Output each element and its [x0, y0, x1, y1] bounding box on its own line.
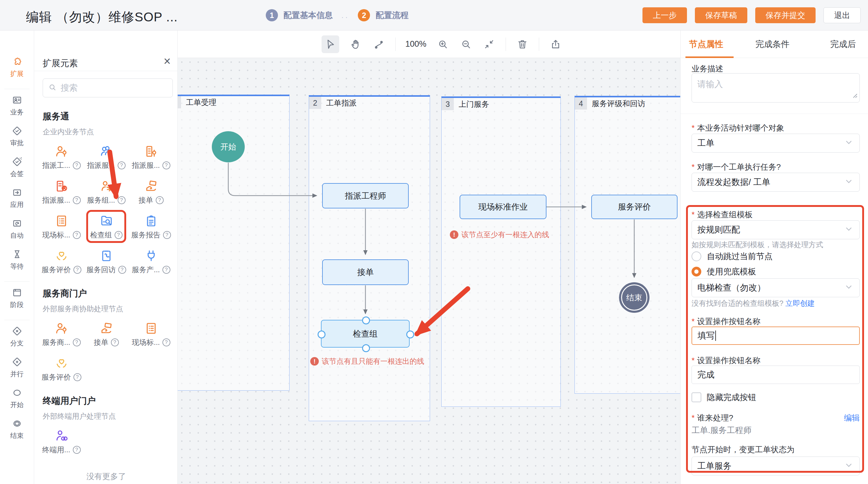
flow-node-开始[interactable]: 开始	[212, 131, 245, 162]
zoom-out-icon[interactable]	[459, 37, 473, 51]
rail-item-diamond-x[interactable]: 分支	[0, 325, 34, 357]
target-object-select[interactable]: 工单	[691, 134, 860, 152]
rail-item-circle[interactable]: 开始	[0, 387, 34, 418]
radio-skip-node[interactable]: 自动跳过当前节点	[691, 251, 773, 262]
pointer-icon[interactable]	[321, 35, 339, 53]
palette-item-接单[interactable]: 接单?	[84, 321, 129, 347]
rail-item-diamond-check-dots[interactable]: 会签	[0, 156, 34, 187]
rail-item-diamond-check[interactable]: 审批	[0, 125, 34, 156]
help-icon[interactable]: ?	[73, 446, 81, 454]
rail-item-double-circle[interactable]: 结束	[0, 418, 34, 449]
tab-2[interactable]: 完成条件	[745, 38, 800, 50]
search-input[interactable]: 搜索	[43, 79, 173, 97]
help-icon[interactable]: ?	[118, 266, 126, 274]
palette-item-指派服[interactable]: 指派服...?	[39, 179, 84, 204]
desc-textarea[interactable]: 请输入	[691, 73, 860, 103]
flow-node-指派工程师[interactable]: 指派工程师	[322, 183, 409, 208]
flow-node-现场标准作业[interactable]: 现场标准作业	[460, 195, 547, 219]
flow-node-结束[interactable]: 结束	[619, 282, 649, 313]
help-icon[interactable]: ?	[73, 338, 81, 346]
hand-icon[interactable]	[349, 37, 362, 51]
which-order-select[interactable]: 流程发起数据/ 工单	[691, 173, 860, 192]
help-icon[interactable]: ?	[73, 231, 81, 239]
palette-item-服务产[interactable]: 服务产...?	[129, 249, 174, 274]
palette-item-接单[interactable]: 接单?	[129, 179, 174, 204]
wizard-steps: 1配置基本信息..2配置流程	[266, 0, 408, 30]
rail-item-diamond-plus[interactable]: 并行	[0, 357, 34, 387]
flow-canvas[interactable]: 1工单受理2工单指派3上门服务4服务评级和回访开始指派工程师接单检查组现场标准作…	[178, 58, 680, 484]
help-icon[interactable]: ?	[73, 196, 81, 204]
save-submit-button[interactable]: 保存并提交	[755, 7, 815, 23]
rail-item-puzzle[interactable]: 扩展	[0, 56, 34, 87]
palette-item-指派服[interactable]: 指派服...?	[84, 144, 129, 170]
help-icon[interactable]: ?	[115, 231, 123, 239]
help-icon[interactable]: ?	[118, 162, 126, 169]
button-name-input-1[interactable]: 填写	[691, 326, 860, 345]
resize-grip-icon[interactable]	[851, 91, 858, 101]
button-name-input-2[interactable]: 完成	[691, 366, 860, 384]
rail-item-window[interactable]: 阶段	[0, 287, 34, 318]
edit-link[interactable]: 编辑	[844, 412, 860, 423]
rail-item-hourglass[interactable]: 等待	[0, 249, 34, 280]
palette-item-指派工[interactable]: 指派工...?	[39, 144, 84, 170]
palette-item-服务报告[interactable]: 服务报告?	[129, 213, 174, 239]
connection-port[interactable]	[317, 331, 326, 338]
palette-item-服务评价[interactable]: 服务评价?	[39, 249, 84, 274]
help-icon[interactable]: ?	[73, 162, 81, 169]
connection-port[interactable]	[406, 331, 414, 338]
no-more-text: 没有更多了	[39, 471, 174, 482]
palette-item-指派服[interactable]: 指派服...?	[129, 144, 174, 170]
fallback-template-select[interactable]: 电梯检查（勿改）	[691, 278, 860, 297]
connection-port[interactable]	[362, 344, 370, 352]
rail-item-card-person[interactable]: 业务	[0, 94, 34, 125]
help-icon[interactable]: ?	[162, 266, 170, 274]
status-select[interactable]: 工单服务	[691, 457, 860, 476]
create-now-link[interactable]: 立即创建	[785, 299, 815, 307]
exit-button[interactable]: 退出	[824, 7, 861, 23]
hide-complete-checkbox[interactable]: 隐藏完成按钮	[691, 392, 756, 403]
trash-icon[interactable]	[516, 37, 529, 51]
save-draft-button[interactable]: 保存草稿	[695, 7, 747, 23]
flow-node-检查组[interactable]: 检查组	[321, 320, 410, 348]
help-icon[interactable]: ?	[163, 231, 171, 239]
palette-header: 扩展元素 ×	[34, 30, 177, 71]
flow-node-接单[interactable]: 接单	[322, 259, 409, 285]
help-icon[interactable]: ?	[111, 338, 119, 346]
swimlane-3[interactable]: 3上门服务	[441, 96, 561, 407]
help-icon[interactable]: ?	[118, 196, 126, 204]
swimlane-4[interactable]: 4服务评级和回访	[575, 96, 680, 394]
tab-3[interactable]: 完成后	[800, 38, 868, 50]
help-icon[interactable]: ?	[73, 266, 82, 274]
rail-item-box-arrow[interactable]: 应用	[0, 187, 34, 218]
connector-icon[interactable]	[372, 37, 385, 51]
radio-fallback-template[interactable]: 使用兜底模板	[691, 266, 756, 277]
palette-item-服务商[interactable]: 服务商...?	[39, 321, 84, 347]
zoom-in-icon[interactable]	[436, 37, 450, 51]
radio-checked-icon[interactable]	[691, 267, 701, 277]
checkbox-icon[interactable]	[691, 393, 701, 402]
prev-step-button[interactable]: 上一步	[643, 7, 687, 23]
swimlane-2[interactable]: 2工单指派	[309, 95, 430, 421]
radio-icon[interactable]	[691, 252, 701, 261]
close-icon[interactable]: ×	[164, 55, 171, 67]
palette-item-服务组[interactable]: 服务组...?	[84, 179, 129, 204]
palette-item-服务回访[interactable]: 服务回访?	[84, 249, 129, 274]
tab-1[interactable]: 节点属性	[681, 38, 745, 50]
flow-node-服务评价[interactable]: 服务评价	[591, 195, 678, 219]
help-icon[interactable]: ?	[156, 196, 164, 204]
help-icon[interactable]: ?	[162, 162, 170, 169]
palette-item-现场标[interactable]: 现场标...?	[39, 213, 84, 239]
palette-item-终端用[interactable]: 终端用...?	[39, 428, 84, 454]
help-icon[interactable]: ?	[162, 338, 170, 346]
connection-port[interactable]	[362, 316, 370, 324]
palette-item-现场标[interactable]: 现场标...?	[129, 321, 174, 347]
help-icon[interactable]: ?	[73, 373, 82, 381]
rail-item-label: 分支	[10, 339, 24, 348]
fit-screen-icon[interactable]	[483, 37, 496, 51]
rail-item-box-rotate[interactable]: 自动	[0, 218, 34, 249]
diamond-plus-icon	[11, 357, 23, 367]
palette-item-服务评价[interactable]: 服务评价?	[39, 356, 84, 381]
template-select[interactable]: 按规则匹配	[691, 220, 860, 239]
export-icon[interactable]	[549, 37, 562, 51]
palette-item-检查组[interactable]: 检查组?	[84, 213, 129, 239]
